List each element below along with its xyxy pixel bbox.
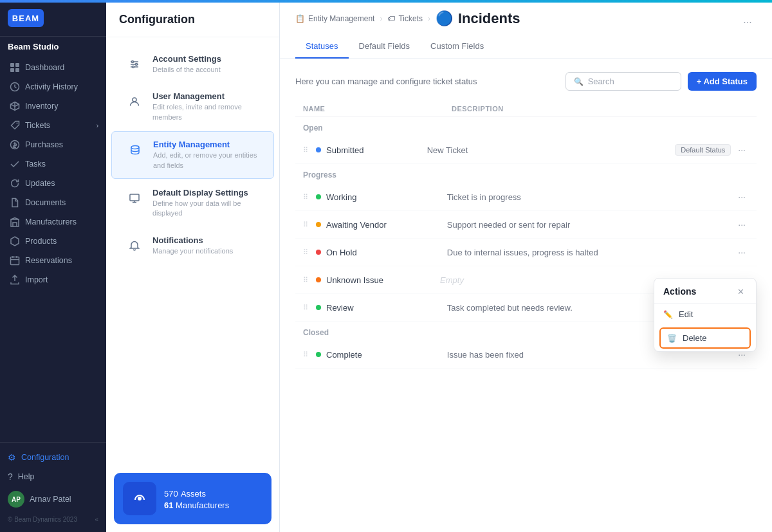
status-name: ⠿ Working: [303, 192, 447, 202]
building-icon: [10, 217, 20, 227]
sidebar-item-dashboard[interactable]: Dashboard: [0, 58, 106, 77]
row-actions: Default Status ···: [675, 143, 749, 157]
content-body: Here you can manage and configure ticket…: [280, 59, 772, 532]
row-menu-button[interactable]: ···: [735, 190, 749, 204]
config-item-desc: Manage your notifications: [152, 246, 261, 256]
sidebar-user[interactable]: AP Arnav Patel: [0, 486, 106, 512]
sidebar-help-label: Help: [18, 472, 35, 481]
config-item-text: Default Display Settings Define how your…: [152, 188, 261, 219]
asset-card: 570 Assets 61 Manufacturers: [114, 473, 271, 524]
breadcrumb-sep-2: ›: [428, 14, 430, 23]
sidebar-item-configuration[interactable]: ⚙ Configuration: [0, 448, 106, 467]
svg-rect-1: [15, 63, 19, 67]
search-box[interactable]: 🔍 Search: [565, 72, 681, 91]
config-item-account-settings[interactable]: Account Settings Details of the account: [111, 46, 274, 82]
sidebar-item-import[interactable]: Import: [0, 270, 106, 289]
sidebar-item-tickets[interactable]: Tickets ›: [0, 116, 106, 135]
sidebar-bottom: ⚙ Configuration ? Help AP Arnav Patel © …: [0, 442, 106, 532]
actions-popup-header: Actions ✕: [654, 279, 756, 304]
toolbar-right: 🔍 Search + Add Status: [565, 72, 757, 91]
action-edit[interactable]: ✏️ Edit: [654, 304, 756, 325]
sidebar-item-documents[interactable]: Documents: [0, 193, 106, 212]
asset-info: 570 Assets 61 Manufacturers: [164, 488, 229, 510]
drag-handle[interactable]: ⠿: [303, 351, 308, 359]
add-status-button[interactable]: + Add Status: [688, 72, 757, 91]
status-dot: [316, 277, 321, 282]
svg-point-10: [136, 64, 138, 66]
config-item-user-management[interactable]: User Management Edit roles, invite and r…: [111, 84, 274, 130]
collapse-icon[interactable]: «: [95, 516, 98, 523]
status-desc: Support needed or sent for repair: [447, 220, 735, 230]
status-label: On Hold: [326, 248, 357, 257]
sidebar-item-label: Updates: [25, 179, 55, 188]
header-more-button[interactable]: ···: [739, 14, 757, 32]
row-menu-button[interactable]: ···: [735, 143, 749, 157]
grid-icon: [10, 62, 20, 73]
config-item-default-display[interactable]: Default Display Settings Define how your…: [111, 180, 274, 226]
config-item-desc: Define how your data will be displayed: [152, 199, 261, 219]
breadcrumb-current: 🔵 Incidents: [436, 10, 520, 27]
status-row-on-hold: ⠿ On Hold Due to internal issues, progre…: [295, 239, 757, 266]
sidebar-item-label: Purchases: [25, 140, 63, 149]
sidebar-item-products[interactable]: Products: [0, 232, 106, 251]
actions-popup-close-button[interactable]: ✕: [734, 285, 747, 298]
drag-handle[interactable]: ⠿: [303, 248, 308, 257]
page-title: Incidents: [458, 10, 520, 27]
content-description: Here you can manage and configure ticket…: [295, 77, 477, 86]
svg-point-5: [17, 123, 18, 124]
drag-handle[interactable]: ⠿: [303, 221, 308, 229]
row-menu-button[interactable]: ···: [735, 245, 749, 259]
drag-handle[interactable]: ⠿: [303, 276, 308, 284]
tab-statuses[interactable]: Statuses: [295, 35, 349, 59]
tab-custom-fields[interactable]: Custom Fields: [420, 35, 494, 59]
actions-popup-title: Actions: [663, 286, 696, 297]
action-delete[interactable]: 🗑️ Delete: [659, 327, 751, 349]
sidebar-item-inventory[interactable]: Inventory: [0, 96, 106, 116]
svg-rect-14: [130, 194, 139, 201]
app-name: Beam Studio: [0, 37, 106, 54]
breadcrumb: 📋 Entity Management › 🏷 Tickets › 🔵 Inci…: [295, 10, 739, 27]
svg-rect-0: [10, 63, 14, 67]
status-name: ⠿ Review: [303, 303, 447, 313]
row-menu-button[interactable]: ···: [735, 217, 749, 232]
sidebar-item-activity-history[interactable]: Activity History: [0, 77, 106, 96]
status-label: Review: [326, 303, 354, 313]
sidebar-nav: Dashboard Activity History Inventory Tic…: [0, 54, 106, 442]
user-icon: [124, 91, 145, 112]
drag-handle[interactable]: ⠿: [303, 193, 308, 201]
config-item-desc: Details of the account: [152, 65, 261, 75]
section-label-open: Open: [295, 117, 757, 136]
main-area: Configuration Account Settings Details o…: [106, 0, 772, 532]
config-item-notifications[interactable]: Notifications Manage your notifications: [111, 228, 274, 264]
breadcrumb-entity-mgmt[interactable]: 📋 Entity Management: [295, 14, 374, 23]
sidebar-item-purchases[interactable]: Purchases: [0, 135, 106, 154]
sidebar-item-label: Tasks: [25, 160, 46, 169]
status-label: Working: [326, 192, 356, 202]
sidebar-item-reservations[interactable]: Reservations: [0, 251, 106, 270]
cube-icon: [10, 236, 20, 246]
config-item-title: Default Display Settings: [152, 188, 261, 197]
drag-handle[interactable]: ⠿: [303, 146, 308, 154]
sidebar-item-label: Inventory: [25, 102, 58, 111]
status-label: Awaiting Vendor: [326, 220, 387, 230]
sidebar-item-help[interactable]: ? Help: [0, 467, 106, 486]
svg-point-13: [131, 146, 139, 149]
entity-mgmt-icon: 📋: [295, 14, 305, 23]
breadcrumb-sep-1: ›: [380, 14, 382, 23]
status-name: ⠿ Unknown Issue: [303, 275, 440, 285]
config-item-entity-management[interactable]: Entity Management Add, edit, or remove y…: [111, 131, 274, 179]
chevron-right-icon: ›: [96, 122, 98, 129]
sidebar: BEAM Beam Studio Dashboard Activity Hist…: [0, 0, 106, 532]
drag-handle[interactable]: ⠿: [303, 304, 308, 312]
sidebar-item-manufacturers[interactable]: Manufacturers: [0, 212, 106, 232]
sidebar-item-updates[interactable]: Updates: [0, 174, 106, 193]
status-label: Unknown Issue: [326, 275, 383, 285]
question-icon: ?: [8, 472, 13, 482]
tab-default-fields[interactable]: Default Fields: [349, 35, 420, 59]
file-icon: [10, 197, 20, 208]
sidebar-item-tasks[interactable]: Tasks: [0, 154, 106, 174]
svg-rect-3: [15, 68, 19, 72]
content-header: 📋 Entity Management › 🏷 Tickets › 🔵 Inci…: [280, 0, 772, 59]
breadcrumb-tickets[interactable]: 🏷 Tickets: [387, 14, 423, 23]
refresh-icon: [10, 178, 20, 188]
